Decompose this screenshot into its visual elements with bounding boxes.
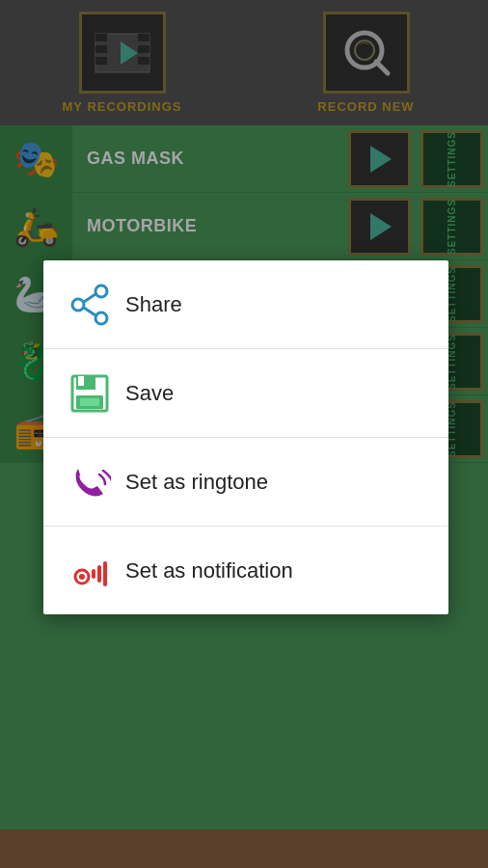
svg-line-14: [84, 294, 95, 302]
svg-rect-24: [97, 565, 101, 583]
svg-rect-25: [103, 561, 107, 586]
svg-point-12: [72, 299, 84, 311]
ringtone-menu-item[interactable]: Set as ringtone: [43, 438, 448, 527]
share-label: Share: [125, 292, 182, 317]
notification-label: Set as notification: [125, 558, 293, 583]
svg-point-11: [95, 285, 107, 297]
svg-point-13: [95, 312, 107, 324]
svg-rect-18: [78, 376, 84, 386]
context-menu: Share Save Set a: [43, 260, 448, 614]
share-icon: [63, 278, 116, 331]
svg-rect-23: [92, 569, 95, 579]
svg-line-15: [84, 308, 95, 315]
svg-point-22: [79, 574, 85, 580]
save-label: Save: [125, 381, 174, 406]
save-menu-item[interactable]: Save: [43, 349, 448, 438]
ringtone-label: Set as ringtone: [125, 470, 268, 495]
ringtone-icon: [63, 455, 116, 508]
share-menu-item[interactable]: Share: [43, 260, 448, 349]
notification-menu-item[interactable]: Set as notification: [43, 527, 448, 614]
svg-rect-20: [80, 398, 99, 406]
save-icon: [63, 366, 116, 420]
notification-icon: [63, 544, 116, 597]
